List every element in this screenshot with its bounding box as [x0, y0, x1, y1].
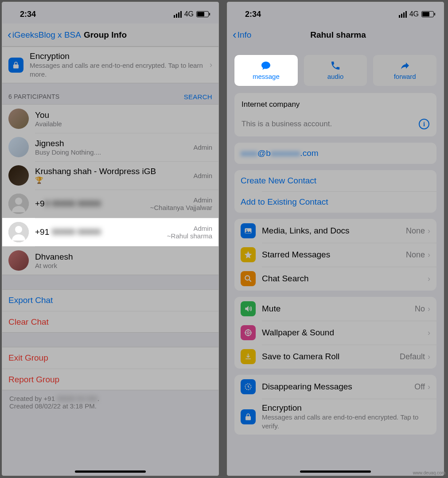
speaker-icon: [241, 301, 256, 316]
contact-title: Rahul sharma: [310, 30, 366, 40]
watermark: www.deuaq.com: [413, 470, 445, 475]
camera-roll-row[interactable]: Save to Camera Roll Default ›: [234, 345, 436, 369]
back-chevron-icon[interactable]: ‹: [233, 28, 237, 42]
group-actions: Exit Group Report Group: [2, 347, 218, 390]
status-time: 2:34: [245, 10, 261, 19]
privacy-card: Disappearing Messages Off › Encryption M…: [234, 375, 436, 435]
encryption-section[interactable]: Encryption Messages and calls are end-to…: [2, 47, 218, 83]
participants-header: 6 PARTICIPANTS SEARCH: [2, 83, 218, 104]
participant-name: Dhvanesh: [35, 252, 212, 262]
home-indicator: [300, 470, 371, 473]
clear-chat-button[interactable]: Clear Chat: [2, 311, 218, 332]
avatar: [8, 250, 29, 271]
wallpaper-row[interactable]: Wallpaper & Sound ›: [234, 321, 436, 345]
search-participants-button[interactable]: SEARCH: [184, 93, 212, 101]
participant-status: 🏆: [35, 176, 193, 184]
avatar: [8, 137, 29, 157]
phone-left: 2:34 4G ‹ iGeeksBlog x BSA Group Info En…: [2, 2, 219, 476]
camera-value: Default: [400, 352, 425, 361]
exit-group-button[interactable]: Exit Group: [2, 347, 218, 369]
participant-role: Admin: [167, 225, 212, 232]
chevron-right-icon: ›: [428, 274, 430, 284]
email-link[interactable]: xxxx@bxxxxxxx.com: [234, 143, 436, 164]
back-label[interactable]: iGeeksBlog x BSA: [12, 30, 81, 40]
participant-role: Admin: [193, 144, 212, 151]
participant-name: You: [35, 110, 212, 120]
svg-point-13: [250, 332, 251, 333]
participant-status: Busy Doing Nothing....: [35, 148, 193, 156]
creation-info: Created by +91 99999 99 999. Created 08/…: [2, 390, 218, 414]
avatar: [8, 165, 29, 186]
participant-row[interactable]: Dhvanesh At work: [2, 246, 218, 275]
forward-button[interactable]: forward: [373, 55, 436, 86]
status-time: 2:34: [20, 10, 36, 19]
encryption-subtitle: Messages and calls are end-to-end encryp…: [30, 61, 210, 78]
mute-value: No: [415, 304, 425, 314]
export-chat-button[interactable]: Export Chat: [2, 290, 218, 311]
back-label[interactable]: Info: [238, 30, 252, 40]
svg-point-6: [245, 276, 249, 280]
lock-icon: [8, 58, 23, 73]
svg-point-10: [248, 330, 249, 330]
home-indicator: [75, 470, 146, 473]
encryption-title: Encryption: [30, 51, 210, 61]
participant-row[interactable]: +99 99999 99999 Admin ~Chaitanya Vajjalw…: [2, 190, 218, 218]
phone-icon: [306, 60, 366, 71]
avatar-placeholder-icon: [8, 222, 29, 242]
message-button[interactable]: message: [234, 55, 298, 86]
svg-point-1: [15, 198, 22, 205]
participant-phone: +99 99999 99999: [35, 199, 150, 209]
chevron-right-icon: ›: [210, 60, 212, 70]
participant-name: Krushang shah - Wordpress iGB: [35, 167, 193, 176]
forward-icon: [375, 60, 435, 71]
participant-row[interactable]: Jignesh Busy Doing Nothing.... Admin: [2, 133, 218, 161]
photo-icon: [241, 223, 256, 238]
starred-value: None: [406, 250, 425, 260]
participant-status: Available: [35, 120, 212, 128]
report-group-button[interactable]: Report Group: [2, 369, 218, 390]
participant-name: Jignesh: [35, 139, 193, 148]
participants-list: You Available Jignesh Busy Doing Nothing…: [2, 104, 218, 275]
create-contact-button[interactable]: Create New Contact: [234, 170, 436, 191]
nav-bar: ‹ iGeeksBlog x BSA Group Info: [2, 23, 218, 47]
search-icon: [241, 271, 256, 286]
media-value: None: [406, 226, 425, 236]
email-text: xxxx@bxxxxxxx.com: [241, 148, 430, 158]
phone-right: 2:34 4G ‹ Info Rahul sharma message audi…: [227, 2, 444, 476]
info-icon[interactable]: i: [419, 119, 429, 129]
audio-button[interactable]: audio: [304, 55, 367, 86]
encryption-row[interactable]: Encryption Messages and calls are end-to…: [234, 399, 436, 435]
starred-messages-row[interactable]: Starred Messages None ›: [234, 243, 436, 267]
signal-icon: [174, 11, 182, 18]
email-card: xxxx@bxxxxxxx.com: [234, 143, 436, 164]
lock-icon: [241, 409, 256, 424]
add-contact-button[interactable]: Add to Existing Contact: [234, 191, 436, 213]
forward-label: forward: [394, 73, 416, 80]
status-right: 4G: [399, 10, 434, 18]
participant-row-selected[interactable]: +91 99999 99999 Admin ~Rahul sharma: [2, 218, 218, 246]
media-card: Media, Links, and Docs None › Starred Me…: [234, 219, 436, 291]
participant-row[interactable]: You Available: [2, 105, 218, 133]
svg-point-12: [245, 332, 246, 333]
nav-bar: ‹ Info Rahul sharma: [227, 23, 444, 46]
chat-search-row[interactable]: Chat Search ›: [234, 267, 436, 291]
media-links-docs-row[interactable]: Media, Links, and Docs None ›: [234, 219, 436, 243]
participant-row[interactable]: Krushang shah - Wordpress iGB 🏆 Admin: [2, 161, 218, 190]
avatar-placeholder-icon: [8, 194, 29, 214]
mute-row[interactable]: Mute No ›: [234, 297, 436, 321]
message-label: message: [253, 73, 280, 80]
network-label: 4G: [409, 10, 419, 18]
battery-icon: [421, 11, 434, 17]
svg-line-7: [249, 280, 251, 282]
wallpaper-icon: [241, 325, 256, 340]
svg-point-5: [246, 229, 247, 231]
chevron-right-icon: ›: [428, 226, 430, 236]
back-chevron-icon[interactable]: ‹: [8, 28, 12, 42]
participants-count: 6 PARTICIPANTS: [8, 93, 59, 101]
business-type: Internet company: [242, 100, 429, 109]
timer-icon: [241, 379, 256, 394]
chevron-right-icon: ›: [428, 304, 430, 314]
battery-icon: [196, 11, 209, 17]
disappearing-row[interactable]: Disappearing Messages Off ›: [234, 375, 436, 399]
chevron-right-icon: ›: [428, 328, 430, 338]
